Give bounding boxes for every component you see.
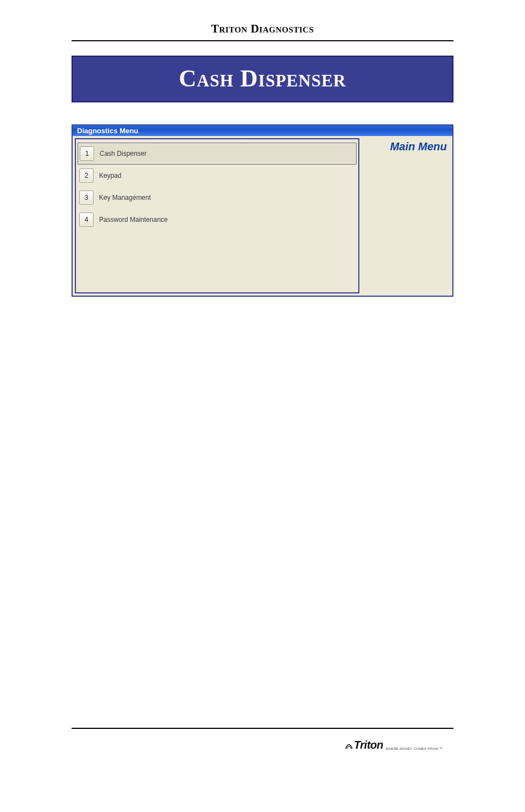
menu-num-button-4[interactable]: 4 xyxy=(79,212,94,227)
triton-logo-text: Triton xyxy=(354,739,383,751)
menu-item-cash-dispenser[interactable]: 1 Cash Dispenser xyxy=(78,143,357,165)
page-footer: Triton WHERE MONEY COMES FROM.™ xyxy=(72,728,453,751)
menu-item-key-management[interactable]: 3 Key Management xyxy=(79,187,355,209)
menu-num-button-2[interactable]: 2 xyxy=(79,168,94,183)
section-title: Cash Dispenser xyxy=(73,64,452,92)
menu-item-keypad[interactable]: 2 Keypad xyxy=(79,165,355,187)
menu-label: Key Management xyxy=(99,194,151,201)
footer-divider xyxy=(72,728,453,729)
window-titlebar: Diagnostics Menu xyxy=(73,124,452,136)
menu-num-button-1[interactable]: 1 xyxy=(80,146,94,161)
side-panel: Main Menu xyxy=(359,136,452,296)
menu-label: Keypad xyxy=(99,172,122,179)
menu-num-button-3[interactable]: 3 xyxy=(79,190,94,205)
section-title-banner: Cash Dispenser xyxy=(72,56,453,102)
menu-item-password-maintenance[interactable]: 4 Password Maintenance xyxy=(79,209,355,231)
menu-label: Cash Dispenser xyxy=(100,150,146,157)
window-title: Diagnostics Menu xyxy=(77,127,138,135)
diagnostics-window: Diagnostics Menu 1 Cash Dispenser 2 Keyp… xyxy=(72,124,453,297)
triton-tagline: WHERE MONEY COMES FROM.™ xyxy=(385,747,442,750)
triton-logo: Triton WHERE MONEY COMES FROM.™ xyxy=(345,739,442,751)
menu-panel: 1 Cash Dispenser 2 Keypad 3 Key Manageme… xyxy=(75,138,359,293)
menu-label: Password Maintenance xyxy=(99,216,168,224)
main-menu-heading: Main Menu xyxy=(359,140,447,153)
header-divider xyxy=(72,40,453,41)
triton-logo-icon xyxy=(345,742,353,750)
doc-header: Triton Diagnostics xyxy=(72,22,453,40)
